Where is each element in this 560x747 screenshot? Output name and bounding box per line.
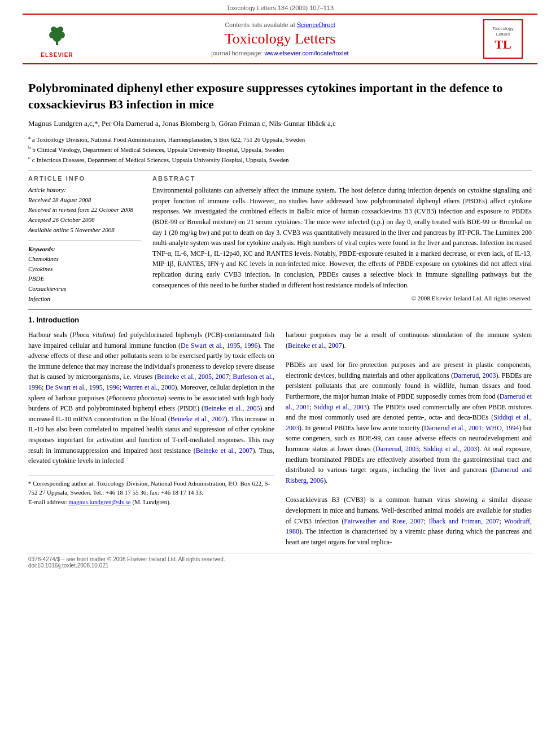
ref-deswart-1995[interactable]: De Swart et al., 1995, 1996 <box>181 342 257 350</box>
revised-date: Received in revised form 22 October 2008 <box>28 205 141 215</box>
ref-siddiqi-2003c[interactable]: Siddiqi et al., 2003 <box>423 445 477 453</box>
keyword-3: PBDE <box>28 274 141 284</box>
ref-darnerud-risberg-2006[interactable]: Darnerud and Risberg, 2006 <box>286 466 532 484</box>
keywords-section: Keywords: Chemokines Cytokines PBDE Coxs… <box>28 246 141 304</box>
ref-beineke-2005b[interactable]: Beineke et al., 2005 <box>204 404 260 412</box>
keywords-title: Keywords: <box>28 246 141 252</box>
footnote-section: * Corresponding author at: Toxicology Di… <box>28 475 274 507</box>
tl-logo-box: ToxicologyLetters TL <box>483 19 523 59</box>
keyword-5: Infection <box>28 294 141 304</box>
received-date: Received 28 August 2008 <box>28 195 141 206</box>
intro-para-col2-1: harbour porpoises may be a result of con… <box>286 330 532 351</box>
sciencedirect-line: Contents lists available at ScienceDirec… <box>82 21 478 28</box>
journal-homepage: journal homepage: www.elsevier.com/locat… <box>82 50 478 56</box>
authors-line: Magnus Lundgren a,c,*, Per Ola Darnerud … <box>28 118 532 129</box>
ref-warren[interactable]: Warren et al., 2000 <box>123 383 174 391</box>
journal-title: Toxicology Letters <box>82 30 478 47</box>
author-email[interactable]: magnus.lundgren@slv.se <box>68 499 130 505</box>
accepted-date: Accepted 26 October 2008 <box>28 215 141 225</box>
article-info-label: ARTICLE INFO <box>28 175 141 182</box>
ref-deswart-col1[interactable]: De Swart et al., 1995, 1996 <box>45 383 119 391</box>
affiliations: a a Toxicology Division, National Food A… <box>28 134 532 164</box>
intro-para-col2-3: Coxsackievirus B3 (CVB3) is a common hum… <box>286 495 532 547</box>
ref-darnerud-2001b[interactable]: Darnerud et al., 2001 <box>424 424 482 432</box>
intro-body-col1: Harbour seals (Phoca vitulina) fed polyc… <box>28 330 274 547</box>
abstract-column: ABSTRACT Environmental pollutants can ad… <box>152 175 532 304</box>
svg-point-6 <box>58 27 63 32</box>
journal-header: ELSEVIER Contents lists available at Sci… <box>23 14 537 64</box>
journal-center: Contents lists available at ScienceDirec… <box>82 21 478 56</box>
divider-keywords <box>28 241 141 241</box>
intro-heading: 1. Introduction <box>28 316 532 324</box>
elsevier-logo-area: ELSEVIER <box>32 20 82 58</box>
elsevier-label: ELSEVIER <box>41 52 73 58</box>
keywords-list: Chemokines Cytokines PBDE Coxsackievirus… <box>28 254 141 304</box>
available-online-date: Available online 5 November 2008 <box>28 225 141 235</box>
divider-2 <box>28 309 532 310</box>
intro-para-1: Harbour seals (Phoca vitulina) fed polyc… <box>28 330 274 466</box>
article-title: Polybrominated diphenyl ether exposure s… <box>28 80 532 112</box>
ref-who-1994[interactable]: WHO, 1994 <box>485 424 519 432</box>
article-history: Article history: Received 28 August 2008… <box>28 185 141 235</box>
intro-para-col2-2: PBDEs are used for fire-protection purpo… <box>286 360 532 486</box>
elsevier-tree-icon <box>46 25 68 46</box>
sciencedirect-link[interactable]: ScienceDirect <box>297 21 335 28</box>
footer-doi: doi:10.1016/j.toxlet.2008.10.021 <box>28 562 532 569</box>
ref-beineke-2007b[interactable]: Beineke et al., 2007 <box>196 447 253 455</box>
ref-beineke-2007c[interactable]: Beineke et al., 2007 <box>288 342 342 350</box>
page-wrapper: Toxicology Letters 184 (2009) 107–113 EL… <box>0 0 560 747</box>
abstract-label: ABSTRACT <box>152 175 532 182</box>
footer-issn: 0378-4274/$ – see front matter © 2008 El… <box>28 556 532 562</box>
ref-ilback-2007[interactable]: Ilback and Friman, 2007 <box>429 517 500 525</box>
divider-1 <box>28 170 532 171</box>
journal-reference: Toxicology Letters 184 (2009) 107–113 <box>0 0 560 14</box>
ref-darnerud-2003[interactable]: Darnerud, 2003 <box>453 372 496 379</box>
email-line: E-mail address: magnus.lundgren@slv.se (… <box>28 497 274 507</box>
elsevier-logo <box>34 20 80 51</box>
keyword-1: Chemokines <box>28 254 141 264</box>
tl-initials: TL <box>495 37 511 52</box>
affiliation-b: b b Clinical Virology, Department of Med… <box>28 144 532 154</box>
keyword-2: Cytokines <box>28 264 141 274</box>
footer-bar: 0378-4274/$ – see front matter © 2008 El… <box>28 553 532 569</box>
intro-body-col2: harbour porpoises may be a result of con… <box>286 330 532 547</box>
tl-logo-area: ToxicologyLetters TL <box>478 19 528 59</box>
ref-beineke-2005[interactable]: Beineke et al., 2005, 2007 <box>157 373 229 381</box>
affiliation-c: c c Infectious Diseases, Department of M… <box>28 154 532 164</box>
copyright-line: © 2008 Elsevier Ireland Ltd. All rights … <box>152 295 532 302</box>
abstract-text: Environmental pollutants can adversely a… <box>152 185 532 290</box>
history-label: Article history: <box>28 185 141 195</box>
tl-logo-text-top: ToxicologyLetters <box>492 26 513 37</box>
ref-fairweather-2007[interactable]: Fairweather and Rose, 2007 <box>344 517 424 525</box>
homepage-url[interactable]: www.elsevier.com/locate/toxlet <box>265 50 349 56</box>
article-info-abstract-section: ARTICLE INFO Article history: Received 2… <box>28 175 532 304</box>
article-info-column: ARTICLE INFO Article history: Received 2… <box>28 175 141 304</box>
ref-darnerud-2003b[interactable]: Darnerud, 2003 <box>375 445 419 453</box>
intro-body-two-col: Harbour seals (Phoca vitulina) fed polyc… <box>28 330 532 547</box>
corresponding-author-note: * Corresponding author at: Toxicology Di… <box>28 479 274 497</box>
affiliation-a: a a Toxicology Division, National Food A… <box>28 134 532 144</box>
ref-siddiqi-2003[interactable]: Siddiqi et al., 2003 <box>314 403 367 411</box>
main-content: Polybrominated diphenyl ether exposure s… <box>0 64 560 580</box>
keyword-4: Coxsackievirus <box>28 284 141 294</box>
introduction-section: 1. Introduction Harbour seals (Phoca vit… <box>28 316 532 547</box>
ref-beineke-2007[interactable]: Beineke et al., 2007 <box>170 415 225 423</box>
svg-point-5 <box>51 27 56 32</box>
